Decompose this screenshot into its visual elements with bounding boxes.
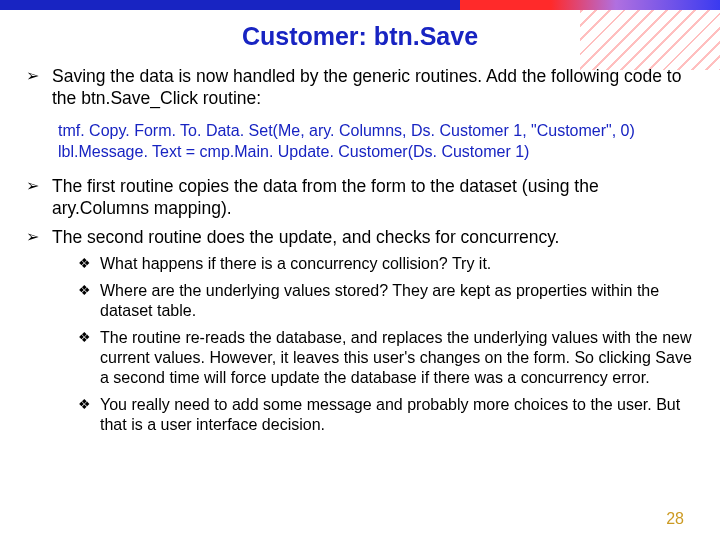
bullet-item: The second routine does the update, and … [26,226,698,248]
bullet-list-level1: The first routine copies the data from t… [26,175,698,248]
code-line: tmf. Copy. Form. To. Data. Set(Me, ary. … [58,120,698,142]
sub-bullet-item: The routine re-reads the database, and r… [78,328,698,389]
bullet-item: Saving the data is now handled by the ge… [26,65,698,110]
sub-bullet-item: Where are the underlying values stored? … [78,281,698,322]
slide-title: Customer: btn.Save [22,22,698,51]
code-line: lbl.Message. Text = cmp.Main. Update. Cu… [58,141,698,163]
top-accent-bar [0,0,720,10]
bullet-list-level1: Saving the data is now handled by the ge… [26,65,698,110]
sub-bullet-item: You really need to add some message and … [78,395,698,436]
code-block: tmf. Copy. Form. To. Data. Set(Me, ary. … [58,120,698,163]
sub-bullet-item: What happens if there is a concurrency c… [78,254,698,274]
bullet-list-level2: What happens if there is a concurrency c… [78,254,698,436]
page-number: 28 [666,510,684,528]
top-accent-gradient [460,0,720,10]
bullet-item: The first routine copies the data from t… [26,175,698,220]
slide-content: Customer: btn.Save Saving the data is no… [22,18,698,526]
